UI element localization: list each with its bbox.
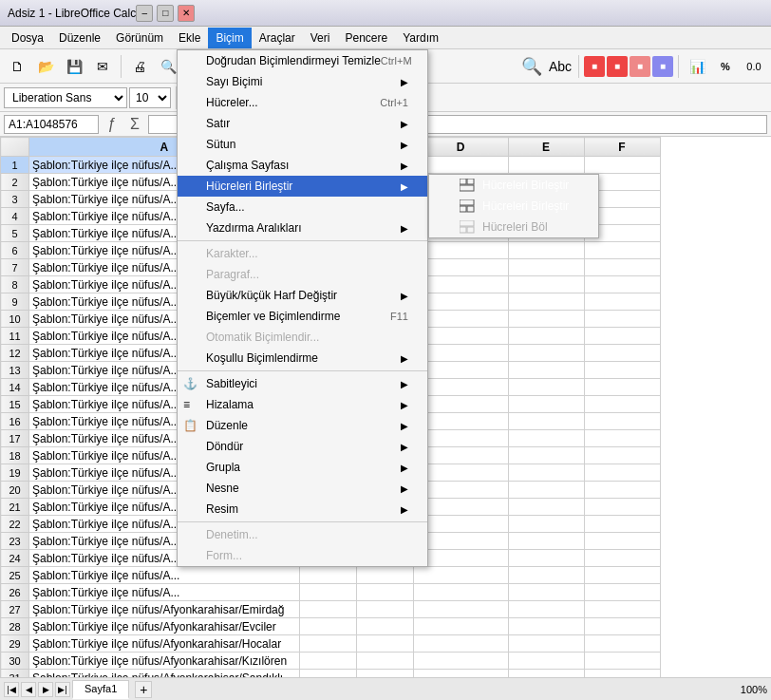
cell-f-10[interactable]: [584, 311, 660, 328]
cell-e-18[interactable]: [508, 447, 584, 464]
cell-f-1[interactable]: [584, 157, 660, 174]
font-select[interactable]: Liberation Sans: [4, 87, 127, 108]
close-button[interactable]: ✕: [178, 5, 195, 22]
color3-button[interactable]: ■: [630, 56, 650, 77]
row-header-30[interactable]: 30: [1, 653, 29, 670]
row-header-21[interactable]: 21: [1, 499, 29, 516]
menu-hizalama[interactable]: ≡ Hizalama ▶: [178, 394, 427, 415]
menu-pencere[interactable]: Pencere: [337, 28, 395, 48]
cell-e-19[interactable]: [508, 464, 584, 482]
sheet-nav-next[interactable]: ▶: [38, 682, 53, 697]
row-header-16[interactable]: 16: [1, 413, 29, 430]
cell-f-29[interactable]: [584, 635, 660, 653]
cell-f-7[interactable]: [584, 259, 660, 276]
sum-button[interactable]: Σ: [125, 115, 144, 134]
row-header-26[interactable]: 26: [1, 584, 29, 601]
cell-f-17[interactable]: [584, 430, 660, 447]
cell-c-27[interactable]: [356, 601, 413, 618]
row-header-24[interactable]: 24: [1, 550, 29, 567]
menu-duzenle[interactable]: Düzenle: [51, 28, 108, 48]
row-header-8[interactable]: 8: [1, 276, 29, 293]
submenu-birlestir-2[interactable]: Hücreleri Birleştir: [429, 196, 598, 217]
cell-ref-input[interactable]: [4, 115, 99, 134]
cell-e-17[interactable]: [508, 430, 584, 447]
cell-e-28[interactable]: [508, 618, 584, 635]
sort-asc-button[interactable]: ■: [584, 56, 605, 77]
menu-satir[interactable]: Satır ▶: [178, 113, 427, 134]
row-header-5[interactable]: 5: [1, 225, 29, 242]
percent-button[interactable]: %: [712, 53, 739, 80]
menu-yardim[interactable]: Yardım: [395, 28, 446, 48]
menu-otomatik[interactable]: Otomatik Biçimlendir...: [178, 327, 427, 348]
row-header-22[interactable]: 22: [1, 516, 29, 533]
menu-calisma-sayfasi[interactable]: Çalışma Sayfası ▶: [178, 155, 427, 176]
cell-e-30[interactable]: [508, 653, 584, 670]
menu-nesne[interactable]: Nesne ▶: [178, 478, 427, 499]
cell-e-29[interactable]: [508, 635, 584, 653]
cell-f-11[interactable]: [584, 328, 660, 345]
new-button[interactable]: 🗋: [4, 53, 30, 80]
save-button[interactable]: 💾: [61, 53, 87, 80]
cell-b-26[interactable]: [299, 584, 356, 601]
cell-e-24[interactable]: [508, 550, 584, 567]
sheet-tab-1[interactable]: Sayfa1: [72, 680, 129, 699]
menu-araclar[interactable]: Araçlar: [252, 28, 303, 48]
menu-sutun[interactable]: Sütun ▶: [178, 134, 427, 155]
cell-f-14[interactable]: [584, 379, 660, 396]
menu-buyuk-kucuk[interactable]: Büyük/küçük Harf Değiştir ▶: [178, 285, 427, 306]
col-header-f[interactable]: F: [584, 138, 660, 157]
cell-d-31[interactable]: [413, 670, 508, 678]
menu-gorunum[interactable]: Görünüm: [108, 28, 171, 48]
find-button[interactable]: 🔍: [518, 53, 545, 80]
menu-hucreler-birlestir[interactable]: Hücreleri Birleştir ▶ Hücreleri Birleşti…: [178, 176, 427, 197]
menu-sabitleyici[interactable]: ⚓ Sabitleyici ▶: [178, 373, 427, 394]
cell-f-20[interactable]: [584, 482, 660, 499]
cell-f-24[interactable]: [584, 550, 660, 567]
cell-c-28[interactable]: [356, 618, 413, 635]
cell-c-26[interactable]: [356, 584, 413, 601]
cell-f-16[interactable]: [584, 413, 660, 430]
row-header-14[interactable]: 14: [1, 379, 29, 396]
cell-b-28[interactable]: [299, 618, 356, 635]
cell-f-18[interactable]: [584, 447, 660, 464]
menu-bicim[interactable]: Biçim: [208, 28, 251, 48]
cell-f-26[interactable]: [584, 584, 660, 601]
menu-veri[interactable]: Veri: [303, 28, 338, 48]
cell-e-21[interactable]: [508, 499, 584, 516]
cell-c-25[interactable]: [356, 567, 413, 584]
row-header-11[interactable]: 11: [1, 328, 29, 345]
cell-d-25[interactable]: [413, 567, 508, 584]
menu-ekle[interactable]: Ekle: [171, 28, 208, 48]
cell-e-26[interactable]: [508, 584, 584, 601]
cell-b-27[interactable]: [299, 601, 356, 618]
cell-f-12[interactable]: [584, 345, 660, 362]
cell-f-27[interactable]: [584, 601, 660, 618]
number-button[interactable]: 0.0: [741, 53, 767, 80]
row-header-25[interactable]: 25: [1, 567, 29, 584]
submenu-birlestir-1[interactable]: Hücreleri Birleştir: [429, 175, 598, 196]
cell-e-20[interactable]: [508, 482, 584, 499]
cell-e-25[interactable]: [508, 567, 584, 584]
row-header-6[interactable]: 6: [1, 242, 29, 259]
open-button[interactable]: 📂: [32, 53, 59, 80]
menu-karakter[interactable]: Karakter...: [178, 243, 427, 264]
add-sheet-button[interactable]: +: [135, 681, 152, 698]
cell-a-31[interactable]: Şablon:Türkiye ilçe nüfus/Afyonkarahisar…: [29, 670, 300, 678]
cell-a-30[interactable]: Şablon:Türkiye ilçe nüfus/Afyonkarahisar…: [29, 653, 300, 670]
email-button[interactable]: ✉: [89, 53, 116, 80]
row-header-3[interactable]: 3: [1, 191, 29, 208]
cell-a-25[interactable]: Şablon:Türkiye ilçe nüfus/A...: [29, 567, 300, 584]
menu-sayfa[interactable]: Sayfa...: [178, 197, 427, 218]
submenu-bol[interactable]: Hücreleri Böl: [429, 217, 598, 237]
cell-e-13[interactable]: [508, 362, 584, 379]
cell-e-27[interactable]: [508, 601, 584, 618]
menu-denetim[interactable]: Denetim...: [178, 524, 427, 545]
menu-dondur[interactable]: Döndür ▶: [178, 436, 427, 457]
cell-e-14[interactable]: [508, 379, 584, 396]
print-button[interactable]: 🖨: [126, 53, 153, 80]
menu-sayi-bicimi[interactable]: Sayı Biçimi ▶: [178, 71, 427, 92]
row-header-12[interactable]: 12: [1, 345, 29, 362]
cell-f-6[interactable]: [584, 242, 660, 259]
row-header-7[interactable]: 7: [1, 259, 29, 276]
cell-e-6[interactable]: [508, 242, 584, 259]
